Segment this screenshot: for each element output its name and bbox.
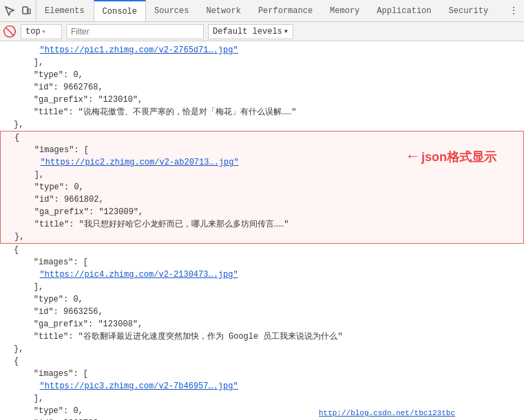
tab-memory[interactable]: Memory bbox=[322, 0, 368, 21]
console-line: "id": 9661802, bbox=[0, 193, 524, 206]
console-line: "images": [ bbox=[0, 368, 524, 380]
toolbar-icons bbox=[0, 0, 36, 21]
tab-application[interactable]: Application bbox=[368, 0, 440, 21]
annotation-box: ← json格式显示 bbox=[408, 148, 496, 165]
console-link[interactable]: "https://pic2.zhimg.com/v2-ab20713….jpg" bbox=[41, 158, 239, 167]
console-line: ], bbox=[0, 169, 524, 181]
annotation-arrow: ← bbox=[408, 148, 417, 165]
svg-rect-1 bbox=[28, 9, 30, 14]
tab-performance[interactable]: Performance bbox=[250, 0, 322, 21]
watermark-link[interactable]: http://blog.csdn.net/tbc123tbc bbox=[319, 409, 455, 417]
context-selector[interactable]: top ▾ bbox=[21, 24, 62, 39]
console-line: ], bbox=[0, 281, 524, 293]
console-line: ], bbox=[0, 56, 524, 69]
clear-console-button[interactable]: 🚫 bbox=[3, 25, 17, 39]
console-content: ← json格式显示 "https://pic1.zhimg.com/v2-27… bbox=[0, 41, 524, 420]
console-link[interactable]: "https://pic3.zhimg.com/v2-7b46957….jpg" bbox=[40, 381, 238, 391]
annotation-text: json格式显示 bbox=[421, 149, 496, 165]
console-line: "type": 0, bbox=[0, 181, 524, 193]
svg-rect-0 bbox=[23, 7, 28, 14]
tab-audits[interactable]: Audits bbox=[497, 0, 503, 21]
console-toolbar: 🚫 top ▾ Default levels ▾ bbox=[0, 22, 524, 41]
level-dropdown-arrow: ▾ bbox=[284, 26, 289, 36]
console-line: "ga_prefix": "123008", bbox=[0, 318, 524, 330]
console-line: }, bbox=[0, 231, 524, 244]
console-line: "type": 0, bbox=[0, 293, 524, 306]
devtools-tabs-bar: Elements Console Sources Network Perform… bbox=[0, 0, 524, 22]
console-line: "https://pic4.zhimg.com/v2-2130473….jpg" bbox=[0, 269, 524, 281]
console-line: "title": "我只想好好哈它小龙虾而已，哪儿来那么多坊间传言……" bbox=[0, 218, 524, 231]
console-line: { bbox=[0, 131, 524, 144]
device-toggle-icon[interactable] bbox=[19, 4, 33, 18]
tabs-bar: Elements Console Sources Network Perform… bbox=[36, 0, 503, 21]
tab-sources[interactable]: Sources bbox=[146, 0, 198, 21]
console-line: "title": "谷歌翻译最近进化速度突然加快，作为 Google 员工我来说… bbox=[0, 330, 524, 343]
console-line: "ga_prefix": "123009", bbox=[0, 206, 524, 218]
level-selector[interactable]: Default levels ▾ bbox=[208, 24, 293, 39]
tab-console[interactable]: Console bbox=[94, 0, 146, 21]
console-line: "images": [ bbox=[0, 256, 524, 269]
inspect-icon[interactable] bbox=[3, 4, 17, 18]
console-line: }, bbox=[0, 118, 524, 131]
console-line: "type": 0, bbox=[0, 69, 524, 81]
tab-elements[interactable]: Elements bbox=[36, 0, 94, 21]
tab-network[interactable]: Network bbox=[198, 0, 249, 21]
console-line: "id": 9663256, bbox=[0, 306, 524, 318]
more-tabs-button[interactable]: ⋮ bbox=[503, 0, 524, 21]
console-line: "https://pic3.zhimg.com/v2-7b46957….jpg" bbox=[0, 380, 524, 392]
context-dropdown-arrow: ▾ bbox=[42, 28, 46, 36]
console-line: }, bbox=[0, 343, 524, 355]
console-line: "https://pic1.zhimg.com/v2-2765d71….jpg" bbox=[0, 44, 524, 56]
console-line: { bbox=[0, 355, 524, 368]
console-link[interactable]: "https://pic4.zhimg.com/v2-2130473….jpg" bbox=[40, 270, 238, 280]
console-line: { bbox=[0, 244, 524, 256]
tab-security[interactable]: Security bbox=[441, 0, 498, 21]
console-line: "id": 9662798, bbox=[0, 417, 524, 420]
console-line: ], bbox=[0, 392, 524, 405]
filter-input[interactable] bbox=[66, 24, 204, 39]
console-line: "title": "说梅花傲雪、不畏严寒的，恰是对「梅花」有什么误解……" bbox=[0, 106, 524, 118]
console-link[interactable]: "https://pic1.zhimg.com/v2-2765d71….jpg" bbox=[40, 45, 238, 55]
console-line: "id": 9662768, bbox=[0, 81, 524, 94]
console-line: "ga_prefix": "123010", bbox=[0, 94, 524, 106]
